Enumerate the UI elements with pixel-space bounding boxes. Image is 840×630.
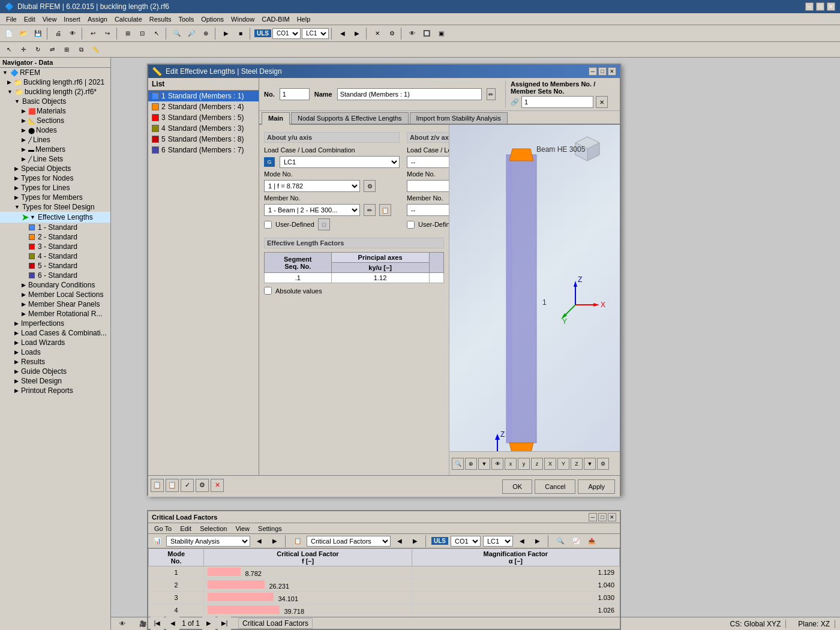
tb-view2[interactable]: 🔲 xyxy=(420,27,433,40)
nav-loads[interactable]: ▶ Loads xyxy=(0,347,110,357)
vp-btn-more[interactable]: ▼ xyxy=(584,458,596,470)
tb-next[interactable]: ▶ xyxy=(350,27,364,40)
clf-menu-view[interactable]: View xyxy=(232,524,253,533)
mode-y-select[interactable]: 1 | f = 8.782 xyxy=(264,180,360,192)
nav-nodes[interactable]: ▶ ⬤ Nodes xyxy=(0,125,110,135)
nav-basic-objects[interactable]: ▼ Basic Objects xyxy=(0,97,110,106)
vp-btn-4[interactable]: 👁 xyxy=(491,458,503,470)
tb-x1[interactable]: ✕ xyxy=(371,27,384,40)
clf-close[interactable]: ✕ xyxy=(608,513,616,521)
clf-minimize[interactable]: ─ xyxy=(589,513,597,521)
clf-last-btn[interactable]: ▶| xyxy=(218,617,231,630)
tb2-measure[interactable]: 📏 xyxy=(89,43,102,56)
menu-help[interactable]: Help xyxy=(293,14,314,24)
list-item-5[interactable]: 5 Standard (Members : 8) xyxy=(148,134,259,145)
member-y-btn2[interactable]: 📋 xyxy=(379,204,391,216)
tb2-mirror[interactable]: ⇌ xyxy=(46,43,59,56)
menu-tools[interactable]: Tools xyxy=(175,14,197,24)
apply-button[interactable]: Apply xyxy=(578,479,615,494)
menu-calculate[interactable]: Calculate xyxy=(111,14,146,24)
nav-5-standard[interactable]: 5 - Standard xyxy=(0,261,110,271)
menu-edit[interactable]: Edit xyxy=(20,14,39,24)
list-item-1[interactable]: 1 Standard (Members : 1) xyxy=(148,91,259,101)
dialog-maximize[interactable]: □ xyxy=(598,67,607,76)
nav-rfem[interactable]: ▼ 🔷 RFEM xyxy=(0,68,110,77)
tb2-move[interactable]: ✛ xyxy=(17,43,30,56)
clf-menu-selection[interactable]: Selection xyxy=(196,524,230,533)
menu-insert[interactable]: Insert xyxy=(60,14,84,24)
nav-6-standard[interactable]: 6 - Standard xyxy=(0,271,110,280)
tb-new[interactable]: 📄 xyxy=(2,27,16,40)
menu-window[interactable]: Window xyxy=(227,14,258,24)
nav-file2[interactable]: ▼ 📁 buckling length (2).rf6* xyxy=(0,87,110,97)
vp-btn-2[interactable]: ⊕ xyxy=(465,458,477,470)
tb-stop[interactable]: ■ xyxy=(234,27,247,40)
nav-materials[interactable]: ▶ 🟥 Materials xyxy=(0,106,110,116)
nav-members[interactable]: ▶ ▬ Members xyxy=(0,145,110,154)
tb2-copy[interactable]: ⧉ xyxy=(74,43,88,56)
tb-open[interactable]: 📂 xyxy=(17,27,30,40)
vp-btn-1[interactable]: 🔍 xyxy=(452,458,464,470)
list-item-3[interactable]: 3 Standard (Members : 5) xyxy=(148,112,259,123)
clf-co-select[interactable]: CO1 xyxy=(451,536,481,547)
nav-steel-design[interactable]: ▶ Steel Design xyxy=(0,376,110,386)
vp-btn-y[interactable]: Y xyxy=(557,458,569,470)
clf-lc-select[interactable]: LC1 xyxy=(483,536,513,547)
tb-undo[interactable]: ↩ xyxy=(86,27,100,40)
tb2-rotate[interactable]: ↻ xyxy=(31,43,44,56)
clf-maximize[interactable]: □ xyxy=(598,513,607,521)
nav-load-wizards[interactable]: ▶ Load Wizards xyxy=(0,338,110,347)
clf-next-page[interactable]: ▶ xyxy=(202,617,215,630)
nav-member-shear[interactable]: ▶ Member Shear Panels xyxy=(0,299,110,309)
menu-results[interactable]: Results xyxy=(146,14,175,24)
tb-save[interactable]: 💾 xyxy=(31,27,44,40)
vp-btn-settings2[interactable]: ⚙ xyxy=(597,458,609,470)
status-btn-1[interactable]: 👁 xyxy=(116,617,129,631)
nav-3-standard[interactable]: 3 - Standard xyxy=(0,242,110,251)
vp-btn-6[interactable]: y xyxy=(518,458,530,470)
tab-nodal[interactable]: Nodal Supports & Effective Lengths xyxy=(291,112,408,124)
nav-load-cases[interactable]: ▶ Load Cases & Combinati... xyxy=(0,328,110,338)
member-y-select[interactable]: 1 - Beam | 2 - HE 300... xyxy=(264,204,360,216)
vp-btn-3[interactable]: ▼ xyxy=(478,458,490,470)
vp-btn-7[interactable]: z xyxy=(531,458,543,470)
nav-printout[interactable]: ▶ Printout Reports xyxy=(0,386,110,395)
mode-z-input[interactable] xyxy=(407,180,449,192)
vp-btn-z[interactable]: Z xyxy=(571,458,583,470)
lc-select[interactable]: LC1 xyxy=(302,28,329,39)
nav-eff-lengths[interactable]: ➤ ▼ Effective Lengths xyxy=(0,212,110,223)
clf-prev-page[interactable]: ◀ xyxy=(166,617,179,630)
tb-prev[interactable]: ◀ xyxy=(336,27,349,40)
name-input[interactable] xyxy=(337,88,482,100)
clf-prev2[interactable]: ◀ xyxy=(393,535,406,548)
nav-types-lines[interactable]: ▶ Types for Lines xyxy=(0,183,110,193)
nav-guide-objects[interactable]: ▶ Guide Objects xyxy=(0,367,110,376)
assigned-clear-btn[interactable]: ✕ xyxy=(596,96,608,108)
clf-next3[interactable]: ▶ xyxy=(531,535,544,548)
nav-boundary[interactable]: ▶ Boundary Conditions xyxy=(0,280,110,290)
tb-select[interactable]: ↖ xyxy=(150,27,163,40)
name-edit-btn[interactable]: ✏ xyxy=(487,88,496,100)
nav-1-standard[interactable]: 1 - Standard xyxy=(0,223,110,232)
nav-member-rot[interactable]: ▶ Member Rotational R... xyxy=(0,309,110,319)
nav-lines[interactable]: ▶ ╱ Lines xyxy=(0,135,110,145)
mode-y-btn[interactable]: ⚙ xyxy=(364,180,376,192)
absolute-values-check[interactable] xyxy=(264,287,272,295)
tb-zoom-all[interactable]: ⊕ xyxy=(199,27,212,40)
tb-redo[interactable]: ↪ xyxy=(101,27,114,40)
menu-file[interactable]: File xyxy=(2,14,20,24)
nav-types-members[interactable]: ▶ Types for Members xyxy=(0,193,110,202)
cancel-button[interactable]: Cancel xyxy=(535,479,575,494)
clf-graph-btn[interactable]: 📈 xyxy=(569,535,583,548)
tb2-cursor[interactable]: ↖ xyxy=(2,43,16,56)
nav-4-standard[interactable]: 4 - Standard xyxy=(0,251,110,261)
tab-main[interactable]: Main xyxy=(262,112,290,125)
nav-special[interactable]: ▶ Special Objects xyxy=(0,164,110,173)
vp-btn-x[interactable]: X xyxy=(544,458,556,470)
dialog-minimize[interactable]: ─ xyxy=(589,67,597,76)
close-btn[interactable]: ✕ xyxy=(827,2,835,11)
menu-assign[interactable]: Assign xyxy=(84,14,111,24)
menu-options[interactable]: Options xyxy=(197,14,227,24)
list-item-2[interactable]: 2 Standard (Members : 4) xyxy=(148,101,259,112)
clf-export-btn[interactable]: 📤 xyxy=(585,535,598,548)
